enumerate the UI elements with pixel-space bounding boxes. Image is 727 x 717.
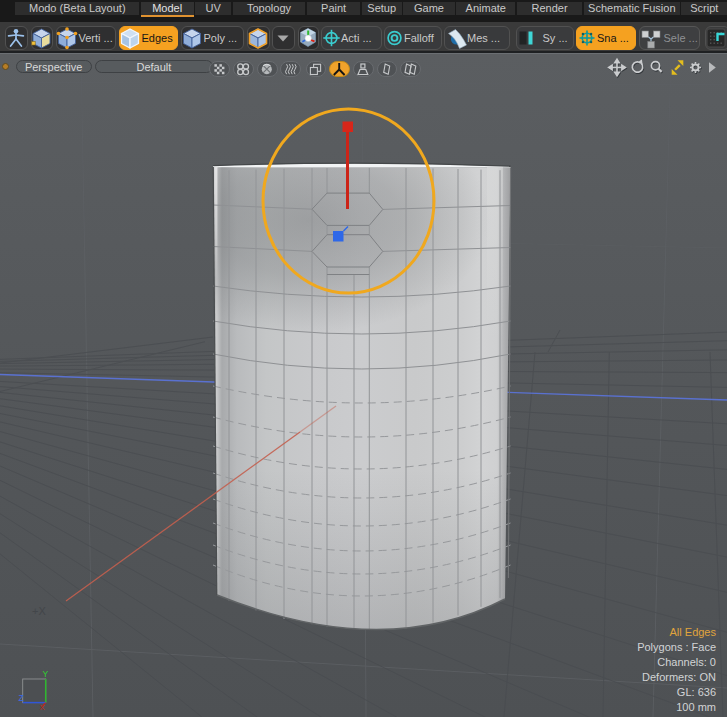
svg-text:Y: Y xyxy=(43,669,49,679)
svg-text:Z: Z xyxy=(19,693,24,703)
